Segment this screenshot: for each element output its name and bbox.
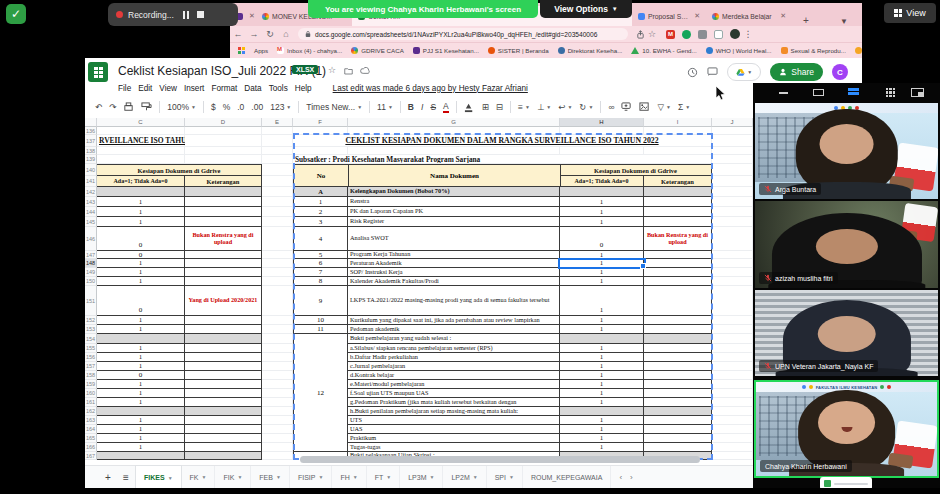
ada-value[interactable]: 1 [560, 398, 644, 407]
doc-name[interactable]: e.Materi/modul pembelajaran [348, 380, 560, 389]
menu-format[interactable]: Format [211, 84, 237, 93]
doc-name[interactable]: d.Kontrak belajar [348, 371, 560, 380]
cell[interactable] [712, 407, 753, 416]
all-sheets-menu-icon[interactable]: ≡ [117, 472, 135, 483]
cell[interactable] [644, 362, 712, 371]
cell[interactable] [712, 325, 753, 334]
cell[interactable] [185, 277, 262, 286]
doc-name[interactable]: PK dan Laporan Capaian PK [348, 207, 560, 217]
left-value[interactable]: 0 [97, 251, 185, 259]
left-value[interactable]: 1 [97, 353, 185, 362]
cell[interactable] [712, 452, 753, 460]
cell[interactable] [262, 434, 293, 443]
left-value[interactable]: 1 [97, 362, 185, 371]
main-table-title[interactable]: CEKLIST KESIAPAN DOKUMEN DALAM RANGKA SU… [293, 135, 712, 147]
borders-icon[interactable]: ⊞ [482, 102, 489, 112]
cell[interactable] [185, 135, 262, 147]
cell[interactable] [262, 227, 293, 251]
row-header[interactable]: 160 [85, 389, 97, 398]
cell[interactable] [644, 277, 712, 286]
browser-tab[interactable]: Merdeka Belajar✕ [706, 6, 792, 26]
row-header[interactable]: 146 [85, 227, 97, 251]
tab-search-icon[interactable]: ▼ [836, 17, 852, 26]
cell[interactable] [644, 434, 712, 443]
cell[interactable] [262, 380, 293, 389]
sheet-tab-menu-icon[interactable]: ▼ [509, 474, 514, 480]
ada-value[interactable]: 1 [560, 416, 644, 425]
cell[interactable] [644, 316, 712, 325]
cell[interactable] [644, 251, 712, 259]
ada-value[interactable]: 1 [560, 325, 644, 334]
cell[interactable] [712, 362, 753, 371]
row-header[interactable]: 150 [85, 277, 97, 286]
ada-value[interactable]: 1 [560, 286, 644, 316]
cell[interactable] [262, 197, 293, 207]
cell[interactable] [185, 127, 262, 135]
row-header[interactable]: 149 [85, 268, 97, 277]
doc-name[interactable]: UTS [348, 416, 560, 425]
ada-value[interactable]: 1 [560, 371, 644, 380]
cell[interactable] [262, 135, 293, 147]
cell[interactable] [262, 425, 293, 434]
left-value[interactable]: 1 [97, 207, 185, 217]
sheet-tab[interactable]: ROUM_KEPEGAWAIA [523, 466, 611, 489]
left-value[interactable]: 1 [97, 389, 185, 398]
cell[interactable] [185, 398, 262, 407]
keterangan-header[interactable]: Keterangan [644, 176, 712, 187]
cell[interactable] [644, 268, 712, 277]
address-bar[interactable]: docs.google.com/spreadsheets/d/1NAvziPYX… [298, 28, 628, 40]
cell[interactable] [185, 268, 262, 277]
cell[interactable] [185, 452, 262, 460]
row-header[interactable]: 154 [85, 334, 97, 344]
cell[interactable] [644, 187, 712, 197]
cell[interactable] [262, 334, 293, 344]
cell[interactable] [262, 164, 293, 176]
cell[interactable] [644, 416, 712, 425]
cell[interactable] [644, 207, 712, 217]
cell[interactable] [185, 353, 262, 362]
cell[interactable] [560, 147, 644, 155]
cell[interactable] [712, 259, 753, 268]
cell[interactable] [712, 286, 753, 316]
cell[interactable] [712, 155, 753, 164]
redo-icon[interactable]: ↷ [109, 102, 116, 112]
ada-value[interactable]: 1 [560, 197, 644, 207]
ada-value[interactable]: 0 [560, 227, 644, 251]
participant-tile[interactable]: UPN Veteran Jakarta_Nayla KF [755, 290, 938, 376]
font-size-select[interactable]: 11▼ [377, 102, 393, 112]
cell[interactable] [185, 207, 262, 217]
sheet-tab[interactable]: FIKES▼ [135, 465, 182, 488]
doc-name[interactable]: Bukti pembelajaran yang sudah selesai : [348, 334, 560, 344]
functions-icon[interactable]: Σ▼ [678, 102, 690, 112]
ada-value[interactable]: 1 [560, 425, 644, 434]
cell[interactable] [185, 371, 262, 380]
pause-recording-button[interactable] [183, 11, 189, 19]
increase-decimal-icon[interactable]: .00 [251, 102, 263, 112]
doc-name[interactable]: LKPS TA.2021/2022 masing-masing prodi ya… [348, 286, 560, 316]
italic-icon[interactable]: I [421, 102, 423, 112]
row-header[interactable]: 167 [85, 452, 97, 460]
cell[interactable] [712, 251, 753, 259]
cell[interactable] [262, 286, 293, 316]
column-header[interactable]: E [262, 118, 293, 127]
cell[interactable] [644, 353, 712, 362]
column-header[interactable]: I [644, 118, 712, 127]
cell[interactable] [712, 353, 753, 362]
doc-number[interactable]: 3 [293, 217, 348, 227]
bookmark-item[interactable]: 10. EWHA - Gend... [631, 47, 696, 54]
left-value[interactable]: 1 [97, 268, 185, 277]
bold-icon[interactable]: B [408, 102, 414, 112]
cell[interactable] [560, 334, 644, 344]
insert-comment-icon[interactable] [621, 102, 632, 113]
column-header[interactable]: D [185, 118, 262, 127]
bookmark-star-icon[interactable]: ☆ [645, 29, 659, 39]
doc-name[interactable]: UAS [348, 425, 560, 434]
doc-name[interactable]: Peraturan Akademik [348, 259, 560, 268]
left-value[interactable]: 1 [97, 443, 185, 452]
sheet-tab[interactable]: FT▼ [367, 466, 401, 489]
cell[interactable] [262, 443, 293, 452]
sheet-tab-menu-icon[interactable]: ▼ [353, 474, 358, 480]
cell[interactable] [262, 251, 293, 259]
row-header[interactable]: 143 [85, 197, 97, 207]
keterangan-header[interactable]: Keterangan [185, 176, 262, 187]
